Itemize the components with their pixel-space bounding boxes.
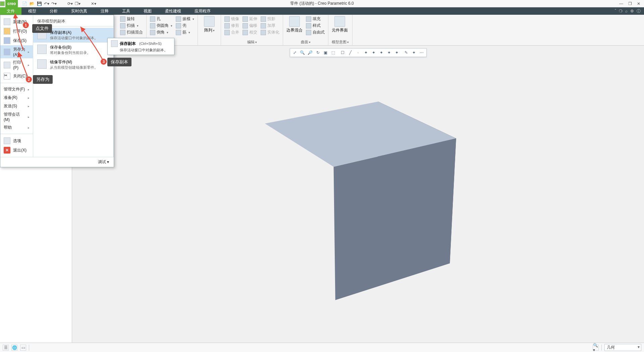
tab-file[interactable]: 文件 (0, 7, 21, 15)
minimize-icon[interactable]: — (617, 1, 625, 7)
ribbon-settings-icon[interactable]: ⚙ (630, 9, 634, 13)
thicken-button[interactable]: 加厚 (261, 23, 279, 28)
file-prepare[interactable]: 准备(R)▸ (0, 94, 33, 102)
file-menu-footer[interactable]: 调试 ▾ (0, 157, 114, 167)
qat-windows-icon[interactable]: ❐▾ (74, 1, 80, 7)
callout-1-badge: 1 (23, 22, 29, 28)
save-backup-item[interactable]: 保存备份(B)将对象备份到当前目录。 (33, 43, 113, 57)
status-grid-icon[interactable]: ☰ (3, 345, 9, 351)
compui-icon (334, 16, 345, 27)
fill-button[interactable]: 填充 (306, 16, 325, 22)
saved-view-icon[interactable]: ⬚ (330, 49, 337, 56)
rotate-button[interactable]: 旋转 (120, 16, 143, 22)
graphics-viewport[interactable]: ⤢ 🔍 🔎 ↻ ▣ ⬚ ☐ ╱ · ✦ ✦ ✦ ✦ ✦ ✎ ✦ ⋯ (72, 46, 644, 343)
status-find-icon[interactable]: 🔍▾ (593, 345, 599, 351)
file-options[interactable]: 选项 (0, 136, 33, 145)
status-browser-icon[interactable]: 🌐 (11, 345, 17, 351)
qat-save-icon[interactable]: 💾 (36, 1, 42, 7)
qat-redo-icon[interactable]: ↷▾ (51, 1, 57, 7)
zoom-out-icon[interactable]: 🔎 (307, 49, 314, 56)
shell-icon (176, 23, 181, 28)
group-label-surface[interactable]: 曲面 (286, 39, 325, 45)
sweep-blend-button[interactable]: 扫描混合 (120, 30, 143, 35)
tab-view[interactable]: 视图 (137, 7, 158, 15)
repaint-icon[interactable]: ↻ (315, 49, 321, 56)
ribbon-min-icon[interactable]: ˆ (615, 9, 616, 13)
chamfer-button[interactable]: 倒角 (150, 30, 172, 35)
trim-button[interactable]: 修剪 (224, 23, 239, 28)
draft-button[interactable]: 拔模 (176, 16, 194, 22)
merge-button[interactable]: 合并 (224, 30, 239, 35)
zoom-in-icon[interactable]: 🔍 (299, 49, 306, 56)
datum-point-icon[interactable]: · (355, 49, 362, 56)
round-button[interactable]: 倒圆角 (150, 23, 172, 28)
project-button[interactable]: 投影 (261, 16, 279, 22)
ribbon-help-icon[interactable]: ❍ (619, 9, 623, 13)
round-icon (150, 23, 155, 28)
datum-plane-icon[interactable]: ☐ (339, 49, 346, 56)
datum-five-icon[interactable]: ✦ (370, 49, 377, 56)
annotation-icon[interactable]: ✎ (403, 49, 410, 56)
qat-new-icon[interactable]: 📄 (21, 1, 28, 7)
freeform-button[interactable]: 自由式 (306, 30, 325, 35)
qat-open-icon[interactable]: 📂 (29, 1, 35, 7)
file-manage-file[interactable]: 管理文件(F)▸ (0, 85, 33, 94)
file-send[interactable]: 发送(S)▸ (0, 102, 33, 110)
intersect-button[interactable]: 相交 (243, 30, 257, 35)
refit-icon[interactable]: ⤢ (291, 49, 298, 56)
datum-eight-icon[interactable]: ✦ (393, 49, 400, 56)
ribbon-tabs: 文件 模型 分析 实时仿真 注释 工具 视图 柔性建模 应用程序 ˆ ❍ ⌕ ⚙… (0, 7, 644, 15)
file-exit[interactable]: ✕退出(X) (0, 145, 33, 155)
boundary-button[interactable]: 边界混合 (286, 16, 303, 33)
tab-model[interactable]: 模型 (21, 7, 43, 15)
close-icon[interactable]: ✕ (635, 1, 643, 7)
qat-regen-icon[interactable]: ⟳▾ (67, 1, 73, 7)
tab-realtime[interactable]: 实时仿真 (64, 7, 94, 15)
hole-button[interactable]: 孔 (150, 16, 172, 22)
compui-button[interactable]: 元件界面 (332, 16, 348, 33)
tab-tools[interactable]: 工具 (115, 7, 137, 15)
mirror-button[interactable]: 镜像 (224, 16, 239, 22)
pattern-button[interactable]: 阵列 (201, 16, 217, 33)
chamfer-icon (150, 30, 155, 35)
qat-close-win-icon[interactable]: ✕▾ (91, 1, 97, 7)
selection-filter-combo[interactable]: 几何 (604, 344, 641, 351)
file-save[interactable]: 保存(S) (0, 36, 33, 45)
fill-icon (306, 16, 311, 22)
offset-button[interactable]: 偏移 (243, 23, 257, 28)
maximize-icon[interactable]: ❐ (626, 1, 634, 7)
solidify-button[interactable]: 实体化 (261, 30, 279, 35)
status-folder-icon[interactable]: ▭ (20, 345, 26, 351)
datum-axis-icon[interactable]: ╱ (347, 49, 354, 56)
group-label-edit[interactable]: 编辑 (224, 39, 279, 45)
datum-six-icon[interactable]: ✦ (378, 49, 385, 56)
shell-button[interactable]: 壳 (176, 23, 194, 28)
chevron-right-icon: ▸ (28, 50, 30, 54)
revolve-icon (120, 16, 125, 22)
sweep-button[interactable]: 扫描 (120, 23, 143, 28)
datum-seven-icon[interactable]: ✦ (386, 49, 392, 56)
tab-apps[interactable]: 应用程序 (188, 7, 217, 15)
file-saveas[interactable]: 另存为(A)▸ (0, 45, 33, 58)
end-icon[interactable]: ⋯ (418, 49, 425, 56)
ribbon-search-icon[interactable]: ⌕ (625, 9, 628, 13)
file-help[interactable]: 帮助▸ (0, 123, 33, 132)
qat-undo-icon[interactable]: ↶▾ (44, 1, 50, 7)
chevron-right-icon: ▸ (28, 115, 30, 119)
pattern-icon (204, 16, 215, 27)
tab-annotate[interactable]: 注释 (94, 7, 115, 15)
style-button[interactable]: 样式 (306, 23, 325, 28)
display-style-icon[interactable]: ▣ (322, 49, 329, 56)
tab-analysis[interactable]: 分析 (43, 7, 64, 15)
tab-flex[interactable]: 柔性建模 (158, 7, 188, 15)
rib-button[interactable]: 筋 (176, 30, 194, 35)
group-label-intent[interactable]: 模型意图 (332, 39, 349, 45)
file-manage-session[interactable]: 管理会话(M)▸ (0, 110, 33, 123)
spin-icon[interactable]: ✦ (411, 49, 417, 56)
save-file-icon (4, 37, 10, 44)
ribbon-info-icon[interactable]: ⓘ (637, 8, 641, 14)
file-print[interactable]: 打印(P)▸ (0, 58, 33, 71)
extend-button[interactable]: 延伸 (243, 16, 257, 22)
datum-csys-icon[interactable]: ✦ (363, 49, 369, 56)
file-open[interactable]: 打开(O) (0, 26, 33, 36)
